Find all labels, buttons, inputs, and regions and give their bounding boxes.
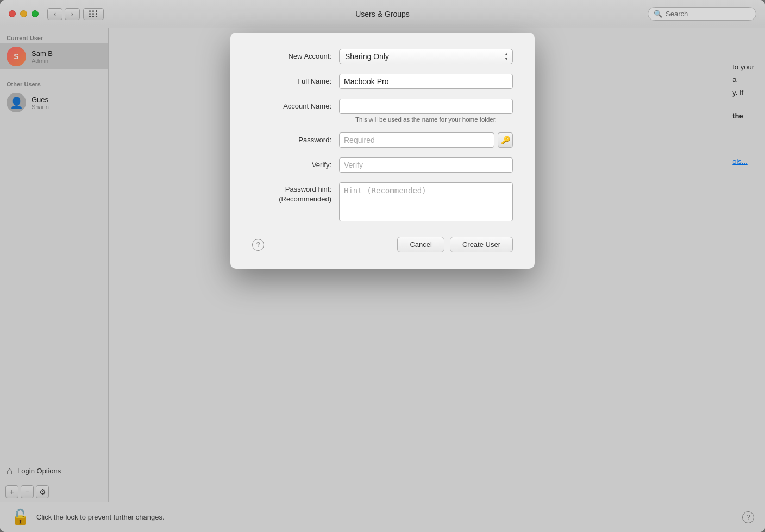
- full-name-row: Full Name:: [252, 74, 513, 89]
- verify-row: Verify:: [252, 157, 513, 173]
- verify-input[interactable]: [339, 157, 513, 173]
- question-icon: ?: [256, 240, 260, 249]
- verify-label: Verify:: [252, 157, 339, 169]
- modal-footer: ? Cancel Create User: [252, 237, 513, 252]
- password-input[interactable]: [339, 132, 494, 148]
- password-label: Password:: [252, 132, 339, 144]
- account-type-select[interactable]: Sharing Only Administrator Standard Mana…: [339, 49, 513, 64]
- full-name-input[interactable]: [339, 74, 513, 89]
- full-name-field[interactable]: [339, 74, 513, 89]
- full-name-label: Full Name:: [252, 74, 339, 85]
- modal-buttons: Cancel Create User: [397, 237, 513, 252]
- account-name-hint: This will be used as the name for your h…: [339, 116, 513, 123]
- account-name-field: This will be used as the name for your h…: [339, 99, 513, 123]
- password-input-row: 🔑: [339, 132, 513, 148]
- password-row: Password: 🔑: [252, 132, 513, 148]
- modal-overlay: New Account: Sharing Only Administrator …: [0, 0, 765, 532]
- account-name-label: Account Name:: [252, 99, 339, 110]
- password-hint-field[interactable]: [339, 182, 513, 224]
- new-account-label: New Account:: [252, 49, 339, 60]
- password-hint-input[interactable]: [339, 182, 513, 221]
- verify-field[interactable]: [339, 157, 513, 173]
- cancel-button[interactable]: Cancel: [397, 237, 444, 252]
- key-icon: 🔑: [501, 136, 510, 144]
- account-name-row: Account Name: This will be used as the n…: [252, 99, 513, 123]
- new-account-row: New Account: Sharing Only Administrator …: [252, 49, 513, 64]
- new-account-modal: New Account: Sharing Only Administrator …: [230, 33, 535, 269]
- password-hint-row: Password hint: (Recommended): [252, 182, 513, 224]
- password-hint-label: Password hint: (Recommended): [252, 182, 339, 204]
- main-window: ‹ › Users & Groups 🔍 Current User: [0, 0, 765, 532]
- password-assistant-button[interactable]: 🔑: [498, 132, 513, 148]
- account-name-input[interactable]: [339, 99, 513, 114]
- password-field: 🔑: [339, 132, 513, 148]
- help-button[interactable]: ?: [252, 239, 264, 251]
- account-type-select-wrapper[interactable]: Sharing Only Administrator Standard Mana…: [339, 49, 513, 64]
- new-account-field[interactable]: Sharing Only Administrator Standard Mana…: [339, 49, 513, 64]
- create-user-button[interactable]: Create User: [450, 237, 513, 252]
